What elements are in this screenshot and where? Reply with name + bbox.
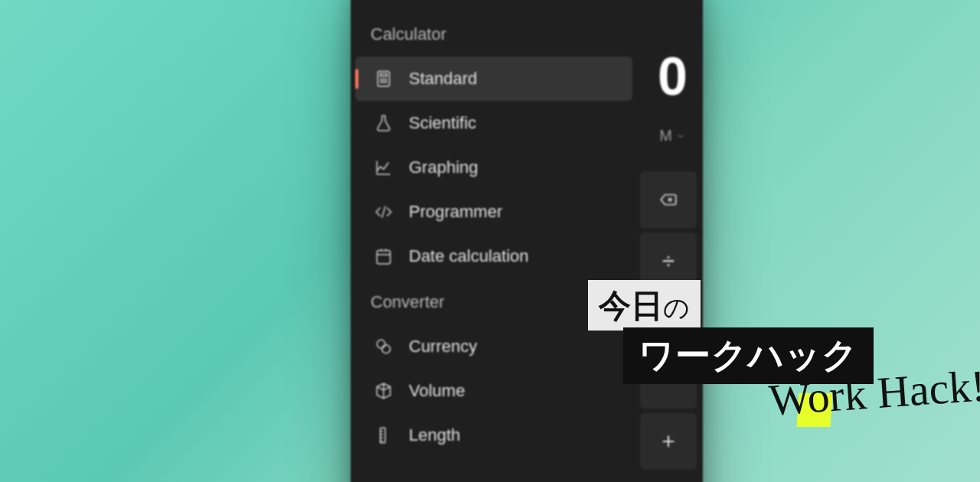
plus-key[interactable]: + [640,413,697,470]
display-value: 0 [658,46,688,107]
svg-point-6 [381,82,381,83]
section-header-calculator: Calculator [355,24,632,57]
navigation-panel: Calculator Standard Scientific Graphing … [355,24,632,458]
nav-item-date-calculation[interactable]: Date calculation [355,234,632,278]
plus-symbol: + [662,428,675,454]
svg-point-7 [383,82,384,83]
ruler-icon [374,425,394,445]
nav-item-label: Scientific [409,113,476,133]
backspace-icon [658,190,678,210]
svg-point-10 [377,340,385,348]
calculator-strip: 0 M ÷ + [639,0,703,482]
nav-item-scientific[interactable]: Scientific [355,101,632,145]
svg-point-4 [383,79,384,80]
backspace-key[interactable] [640,171,697,228]
svg-point-3 [381,79,381,80]
svg-point-11 [382,345,390,353]
flask-icon [374,113,394,133]
svg-rect-2 [381,74,387,77]
graph-icon [374,158,394,177]
cube-icon [374,381,394,401]
nav-item-label: Programmer [409,202,502,222]
nav-item-programmer[interactable]: Programmer [355,190,632,234]
nav-item-length[interactable]: Length [355,413,632,458]
code-icon [374,202,394,222]
calculator-window: Calculator Standard Scientific Graphing … [351,0,703,482]
currency-icon [374,337,394,357]
memory-label: M [659,127,672,145]
nav-item-label: Graphing [409,158,479,177]
nav-item-label: Standard [409,69,477,89]
nav-item-label: Date calculation [409,246,529,266]
chevron-down-icon [675,131,686,142]
divide-symbol: ÷ [662,248,675,274]
calendar-icon [374,246,394,266]
svg-point-5 [386,79,387,80]
calculator-icon [374,69,394,89]
svg-rect-9 [377,250,390,263]
nav-item-label: Length [409,425,460,445]
nav-item-label: Currency [409,337,477,357]
nav-item-standard[interactable]: Standard [355,57,632,101]
svg-point-8 [386,82,387,83]
memory-dropdown[interactable]: M [659,127,686,145]
nav-item-graphing[interactable]: Graphing [355,145,632,190]
overlay-top-label: 今日の [588,280,701,331]
nav-item-label: Volume [409,381,465,401]
